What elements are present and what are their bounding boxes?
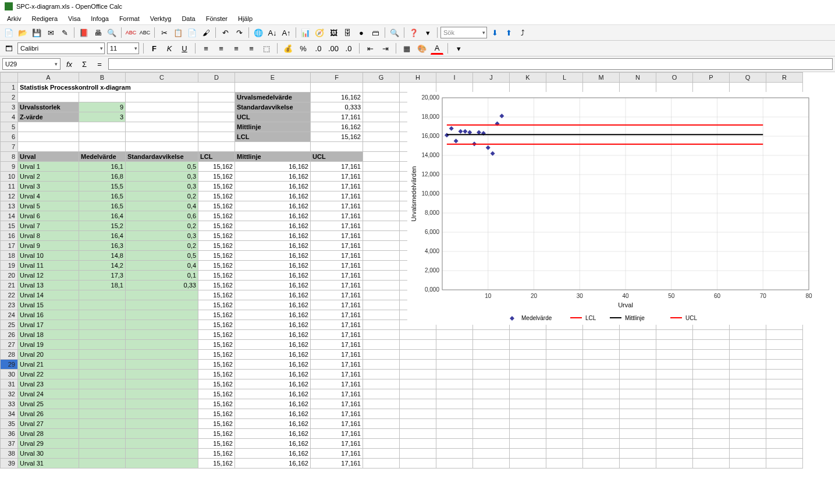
cell-mitt[interactable]: 16,162 — [235, 310, 311, 320]
cell[interactable] — [583, 379, 620, 389]
row-header[interactable]: 5 — [1, 122, 18, 132]
cell[interactable] — [363, 231, 400, 241]
cell-mitt[interactable]: 16,162 — [235, 162, 311, 172]
row-header[interactable]: 2 — [1, 93, 18, 102]
gallery-icon[interactable]: 🖼 — [327, 26, 340, 39]
col-header-B[interactable]: B — [79, 73, 126, 83]
cell-lcl[interactable]: 15,162 — [198, 429, 235, 439]
cell[interactable] — [363, 102, 400, 112]
cell-std[interactable]: 0,3 — [126, 231, 198, 241]
underline-icon[interactable]: U — [178, 42, 191, 55]
cell[interactable] — [620, 83, 656, 93]
align-left-icon[interactable]: ≡ — [200, 42, 212, 55]
cell[interactable] — [400, 429, 436, 439]
cell-lcl[interactable]: 15,162 — [198, 439, 235, 449]
cell-medel[interactable]: 17,3 — [79, 271, 126, 281]
cell-medel[interactable] — [79, 360, 126, 370]
cell-std[interactable] — [126, 340, 198, 350]
cell[interactable] — [363, 370, 400, 379]
col-header-M[interactable]: M — [583, 73, 620, 83]
cell[interactable] — [436, 360, 473, 370]
cell[interactable] — [730, 340, 766, 350]
cell-std[interactable] — [126, 320, 198, 330]
cell[interactable] — [510, 419, 546, 429]
cell[interactable] — [436, 419, 473, 429]
label-zvarde[interactable]: Z-värde — [18, 112, 79, 122]
cell[interactable] — [693, 330, 730, 340]
hyperlink-icon[interactable]: 🌐 — [252, 26, 265, 39]
bgcolor-icon[interactable]: 🎨 — [415, 42, 428, 55]
label-urvalsmedel[interactable]: Urvalsmedelvärde — [235, 93, 311, 102]
cell-ucl[interactable]: 17,161 — [311, 340, 363, 350]
cell[interactable] — [510, 83, 546, 93]
row-header[interactable]: 12 — [1, 191, 18, 201]
cell-ucl[interactable]: 17,161 — [311, 429, 363, 439]
col-header-G[interactable]: G — [363, 73, 400, 83]
cell-urval[interactable]: Urval 10 — [18, 251, 79, 261]
cell[interactable] — [546, 350, 583, 360]
cell-mitt[interactable]: 16,162 — [235, 399, 311, 409]
cell[interactable] — [363, 399, 400, 409]
cell[interactable] — [620, 399, 656, 409]
menu-visa[interactable]: Visa — [63, 14, 85, 23]
cell[interactable] — [198, 102, 235, 112]
cell[interactable] — [730, 83, 766, 93]
align-right-icon[interactable]: ≡ — [230, 42, 243, 55]
cell[interactable] — [510, 379, 546, 389]
cell[interactable] — [766, 409, 803, 419]
cell[interactable] — [620, 429, 656, 439]
cell[interactable] — [510, 449, 546, 459]
title-cell[interactable]: Statistisk Processkontroll x-diagram — [18, 83, 235, 93]
cell[interactable] — [620, 459, 656, 468]
cell[interactable] — [363, 112, 400, 122]
cell-std[interactable] — [126, 370, 198, 379]
add-decimal-icon[interactable]: .00 — [327, 42, 340, 55]
cell[interactable] — [400, 399, 436, 409]
cell-ucl[interactable]: 17,161 — [311, 399, 363, 409]
cell-ucl[interactable]: 17,161 — [311, 281, 363, 290]
cell-lcl[interactable]: 15,162 — [198, 330, 235, 340]
italic-icon[interactable]: K — [163, 42, 176, 55]
sheet-area[interactable]: ABCDEFGHIJKLMNOPQR 1Statistisk Processko… — [0, 72, 835, 483]
cell-medel[interactable] — [79, 370, 126, 379]
record-icon[interactable]: ● — [355, 26, 368, 39]
cell[interactable] — [693, 340, 730, 350]
cell-mitt[interactable]: 16,162 — [235, 439, 311, 449]
cell[interactable] — [693, 360, 730, 370]
menu-arkiv[interactable]: Arkiv — [2, 14, 26, 23]
cell-medel[interactable]: 14,2 — [79, 261, 126, 271]
hdr-lcl[interactable]: LCL — [198, 152, 235, 162]
cell[interactable] — [730, 449, 766, 459]
cell[interactable] — [473, 389, 510, 399]
cell-urval[interactable]: Urval 15 — [18, 300, 79, 310]
cell[interactable] — [400, 419, 436, 429]
cell[interactable] — [126, 122, 198, 132]
currency-icon[interactable]: 💰 — [282, 42, 294, 55]
zoom-icon[interactable]: 🔍 — [388, 26, 401, 39]
cell[interactable] — [656, 350, 693, 360]
cell-medel[interactable]: 18,1 — [79, 281, 126, 290]
cell-medel[interactable]: 16,3 — [79, 241, 126, 251]
cell[interactable] — [126, 132, 198, 142]
cell-lcl[interactable]: 15,162 — [198, 191, 235, 201]
cell-mitt[interactable]: 16,162 — [235, 221, 311, 231]
decrease-indent-icon[interactable]: ⇤ — [364, 42, 376, 55]
cell[interactable] — [18, 122, 79, 132]
cell[interactable] — [620, 389, 656, 399]
cell[interactable] — [583, 399, 620, 409]
cell[interactable] — [126, 142, 198, 152]
cell-std[interactable] — [126, 419, 198, 429]
cell-ucl[interactable]: 17,161 — [311, 241, 363, 251]
new-icon[interactable]: 📄 — [2, 26, 15, 39]
sort-asc-icon[interactable]: A↓ — [266, 26, 279, 39]
bold-icon[interactable]: F — [148, 42, 161, 55]
cell[interactable] — [766, 399, 803, 409]
row-header[interactable]: 13 — [1, 201, 18, 211]
cell-ucl[interactable]: 17,161 — [311, 290, 363, 300]
cell[interactable] — [400, 360, 436, 370]
cell[interactable] — [473, 83, 510, 93]
cell[interactable] — [198, 112, 235, 122]
cell-medel[interactable]: 16,4 — [79, 231, 126, 241]
cell-std[interactable]: 0,4 — [126, 261, 198, 271]
cell-ucl[interactable]: 17,161 — [311, 419, 363, 429]
